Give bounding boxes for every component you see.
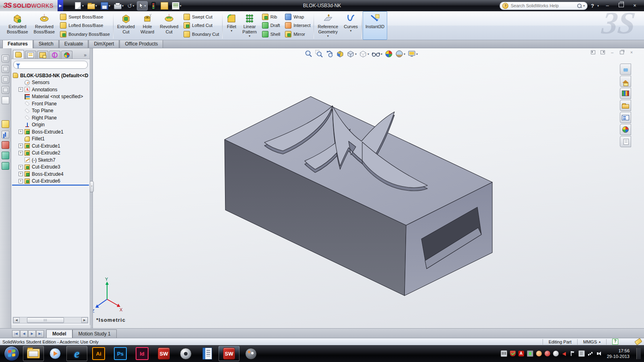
scroll-thumb[interactable]	[27, 317, 64, 323]
tab-features[interactable]: Features	[2, 40, 33, 48]
pane-right-button[interactable]	[599, 49, 606, 56]
rollback-bar[interactable]	[12, 185, 89, 185]
tab-sketch[interactable]: Sketch	[33, 40, 59, 48]
design-library-button[interactable]	[620, 88, 631, 99]
feature-filter-input[interactable]	[22, 62, 85, 68]
view-orientation-button[interactable]: ▾	[347, 50, 357, 58]
taskbar-windows-explorer[interactable]	[23, 346, 44, 361]
usb-block[interactable]	[225, 97, 492, 296]
tree-item-origin[interactable]: Origin	[13, 121, 90, 129]
display-settings-button[interactable]: ▾	[171, 1, 183, 10]
sync-app-icon[interactable]	[553, 351, 559, 356]
clipboard-icon[interactable]	[578, 350, 585, 357]
open-button[interactable]: ▾	[86, 1, 98, 10]
draft-button[interactable]: Draft	[262, 22, 280, 29]
plus-icon[interactable]	[2, 131, 9, 138]
pane-left-button[interactable]	[589, 49, 597, 56]
tree-item-sketch7[interactable]: (-) Sketch7	[13, 156, 90, 164]
mirror-button[interactable]: Mirror	[285, 31, 310, 37]
speaker-icon[interactable]	[596, 351, 602, 356]
tree-item-cut-extrude1[interactable]: +Cut-Extrude1	[13, 142, 90, 150]
wrap-button[interactable]: Wrap	[285, 14, 310, 20]
page-icon[interactable]	[2, 97, 9, 104]
audio-device-icon[interactable]	[545, 351, 550, 356]
keyboard-icon[interactable]	[501, 350, 507, 357]
start-button[interactable]	[4, 346, 19, 361]
taskbar-solidworks-active[interactable]: SW	[219, 346, 239, 361]
print-button[interactable]: ▾	[113, 2, 125, 10]
panel-horizontal-scrollbar[interactable]: ◀ ▶	[13, 317, 88, 323]
display-style-button[interactable]: ▾	[359, 50, 369, 58]
extruded-boss-base-button[interactable]: Extruded Boss/Base	[4, 11, 31, 40]
section-view-button[interactable]	[336, 50, 344, 58]
expand-box[interactable]: +	[19, 172, 23, 176]
splitter-handle[interactable]: ‹	[90, 181, 94, 192]
tab-dimxpert[interactable]: DimXpert	[89, 40, 119, 48]
shell-button[interactable]: Shell	[262, 31, 280, 37]
custom-properties-button[interactable]	[620, 136, 631, 147]
scroll-right-button[interactable]: ▶	[81, 317, 88, 323]
tree-item-right-plane[interactable]: Right Plane	[13, 114, 90, 121]
tab-model[interactable]: Model	[46, 329, 72, 338]
tag-icon[interactable]	[2, 141, 9, 149]
media-agent-icon[interactable]	[536, 351, 542, 356]
tree-item-boss-extrude4[interactable]: +Boss-Extrude4	[13, 171, 90, 178]
expand-box[interactable]: +	[19, 165, 23, 169]
doc-minimize-button[interactable]: –	[609, 49, 616, 56]
forum-button[interactable]	[620, 64, 631, 75]
revolved-cut-button[interactable]: Revolved Cut	[157, 11, 181, 40]
resources-home-button[interactable]	[620, 76, 631, 87]
instant3d-button[interactable]: Instant3D	[363, 11, 387, 40]
zoom-to-area-button[interactable]	[315, 50, 323, 58]
revolved-boss-base-button[interactable]: Revolved Boss/Base	[31, 11, 58, 40]
taskbar-illustrator[interactable]: Ai	[88, 346, 109, 361]
search-options-dropdown[interactable]: ▾	[583, 4, 585, 8]
first-tab-button[interactable]: |◀	[12, 330, 20, 337]
cube-icon[interactable]	[2, 76, 9, 83]
cube-icon[interactable]	[2, 86, 9, 94]
tab-configuration-manager[interactable]	[37, 51, 48, 59]
tree-item-fillet1[interactable]: Fillet1	[13, 136, 90, 143]
undo-button[interactable]: ↺▾	[126, 2, 136, 10]
tree-item-cut-extrude3[interactable]: +Cut-Extrude3	[13, 164, 90, 171]
boundary-cut-button[interactable]: Boundary Cut	[184, 31, 219, 37]
close-button[interactable]: ×	[630, 2, 640, 9]
prev-tab-button[interactable]: ◀	[20, 330, 28, 337]
expand-box[interactable]: +	[19, 87, 23, 92]
hide-show-items-button[interactable]: ▾	[372, 50, 382, 58]
tag-icon[interactable]	[634, 338, 642, 345]
expand-box[interactable]: +	[19, 130, 23, 134]
search-icon[interactable]	[577, 4, 582, 8]
new-document-button[interactable]: ▾	[73, 1, 85, 10]
menu-expander-icon[interactable]: ▶	[58, 0, 63, 11]
zoom-to-fit-button[interactable]	[305, 50, 313, 58]
tree-item-cut-extrude2[interactable]: +Cut-Extrude2	[13, 150, 90, 157]
fillet-button[interactable]: Fillet ▾	[223, 11, 239, 40]
restore-button[interactable]	[616, 2, 626, 9]
panel-more-button[interactable]: »	[82, 52, 88, 59]
expand-box[interactable]: +	[19, 179, 23, 183]
extruded-cut-button[interactable]: Extruded Cut	[114, 11, 138, 40]
swept-cut-button[interactable]: Swept Cut	[184, 14, 219, 20]
taskbar-document-app[interactable]	[197, 346, 218, 361]
security-shield-icon[interactable]	[510, 351, 516, 356]
help-button[interactable]: ?	[591, 3, 594, 9]
expand-box[interactable]: +	[19, 151, 23, 155]
taskbar-silver-disc-app[interactable]	[175, 346, 196, 361]
panel-splitter[interactable]: ‹	[90, 48, 93, 328]
doc-restore-button[interactable]	[618, 49, 625, 56]
tree-item-material[interactable]: Material <not specified>	[13, 93, 90, 101]
curves-button[interactable]: Curves ▾	[341, 11, 361, 40]
save-button[interactable]: ▾	[99, 1, 111, 10]
file-explorer-button[interactable]	[620, 100, 631, 111]
taskbar-indesign[interactable]: Id	[132, 346, 153, 361]
show-desktop-button[interactable]	[636, 348, 641, 359]
options-button[interactable]	[159, 1, 169, 10]
green-cube-icon[interactable]	[2, 162, 9, 170]
doc-close-button[interactable]: ×	[628, 49, 635, 56]
tree-item-front-plane[interactable]: Front Plane	[13, 100, 90, 107]
minimize-button[interactable]: –	[602, 2, 613, 9]
taskbar-photoshop[interactable]: Ps	[110, 346, 131, 361]
tree-item-annotations[interactable]: +Annotations	[13, 86, 90, 93]
edit-appearance-button[interactable]	[385, 50, 393, 58]
